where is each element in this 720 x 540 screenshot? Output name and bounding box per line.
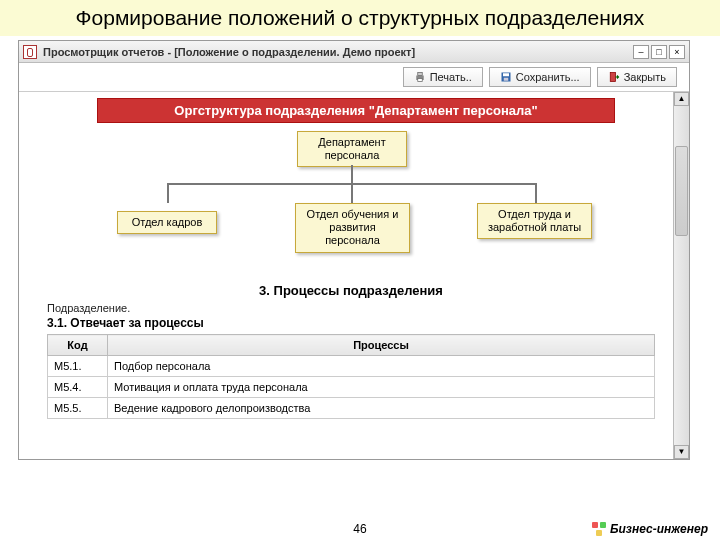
subsection-heading: 3.1. Отвечает за процессы [47,316,655,330]
scroll-thumb[interactable] [675,146,688,236]
printer-icon [414,71,426,83]
report-area: Оргструктура подразделения "Департамент … [19,92,689,459]
titlebar: Просмотрщик отчетов - [Положение о подра… [19,41,689,63]
org-structure-banner: Оргструктура подразделения "Департамент … [97,98,615,123]
col-header-code: Код [48,335,108,356]
maximize-button[interactable]: □ [651,45,667,59]
cell-process: Ведение кадрового делопроизводства [108,398,655,419]
department-label: Подразделение. [47,302,655,314]
svg-rect-2 [417,79,422,82]
print-button[interactable]: Печать.. [403,67,483,87]
scroll-up-arrow-icon[interactable]: ▲ [674,92,689,106]
svg-rect-1 [417,73,422,76]
close-label: Закрыть [624,71,666,83]
vertical-scrollbar[interactable]: ▲ ▼ [673,92,689,459]
page-number: 46 [353,522,366,536]
processes-table: Код Процессы M5.1. Подбор персонала M5.4… [47,334,655,419]
cell-code: M5.1. [48,356,108,377]
report-content: Оргструктура подразделения "Департамент … [19,92,673,459]
print-label: Печать.. [430,71,472,83]
toolbar: Печать.. Сохранить... Закрыть [19,63,689,92]
scroll-down-arrow-icon[interactable]: ▼ [674,445,689,459]
slide-title: Формирование положений о структурных под… [0,0,720,36]
close-button[interactable]: Закрыть [597,67,677,87]
table-row: M5.4. Мотивация и оплата труда персонала [48,377,655,398]
minimize-button[interactable]: – [633,45,649,59]
org-node-child: Отдел труда и заработной платы [477,203,592,239]
table-row: M5.5. Ведение кадрового делопроизводства [48,398,655,419]
save-label: Сохранить... [516,71,580,83]
save-button[interactable]: Сохранить... [489,67,591,87]
save-icon [500,71,512,83]
window-title: Просмотрщик отчетов - [Положение о подра… [43,46,631,58]
door-exit-icon [608,71,620,83]
cell-process: Мотивация и оплата труда персонала [108,377,655,398]
cell-process: Подбор персонала [108,356,655,377]
org-chart: Департамент персонала Отдел кадров Отдел… [97,131,635,281]
org-node-root: Департамент персонала [297,131,407,167]
brand-text: Бизнес-инженер [610,522,708,536]
slide-footer: 46 Бизнес-инженер [0,522,720,536]
close-window-button[interactable]: × [669,45,685,59]
app-icon [23,45,37,59]
cell-code: M5.4. [48,377,108,398]
scroll-track[interactable] [674,106,689,445]
brand-icon [592,522,606,536]
svg-rect-6 [610,73,615,82]
section-heading: 3. Процессы подразделения [47,283,655,298]
svg-rect-4 [503,73,509,76]
report-viewer-window: Просмотрщик отчетов - [Положение о подра… [18,40,690,460]
svg-rect-5 [504,78,509,81]
col-header-process: Процессы [108,335,655,356]
cell-code: M5.5. [48,398,108,419]
brand-label: Бизнес-инженер [592,522,708,536]
table-row: M5.1. Подбор персонала [48,356,655,377]
org-node-child: Отдел обучения и развития персонала [295,203,410,253]
org-node-child: Отдел кадров [117,211,217,234]
